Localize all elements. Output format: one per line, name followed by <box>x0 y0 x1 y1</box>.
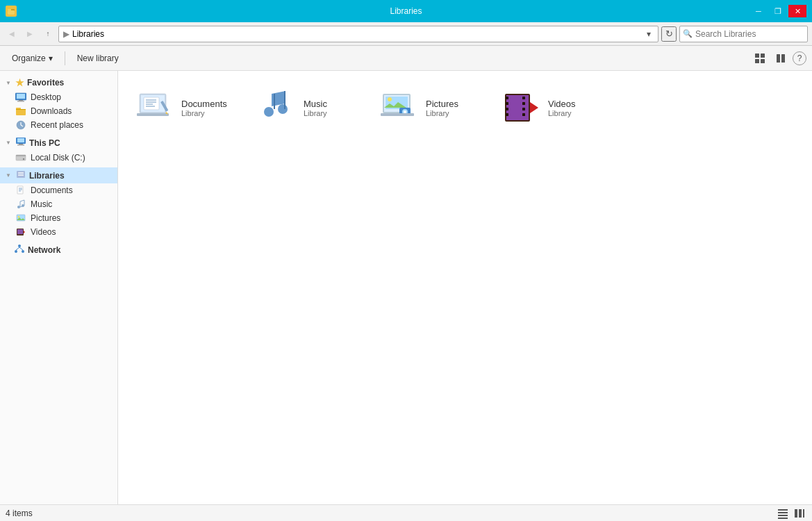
sidebar-item-localdisk[interactable]: Local Disk (C:) <box>0 151 117 165</box>
svg-rect-57 <box>137 113 169 116</box>
pictures-name: Pictures <box>426 99 458 109</box>
documents-name: Documents <box>181 99 227 109</box>
local-disk-icon <box>15 152 26 163</box>
svg-rect-80 <box>522 108 525 110</box>
svg-rect-5 <box>755 59 759 63</box>
sidebar-item-desktop[interactable]: Desktop <box>0 90 117 104</box>
svg-rect-12 <box>19 100 23 101</box>
address-path[interactable]: ▶ Libraries ▾ <box>58 26 658 42</box>
address-bar: ◀ ▶ ↑ ▶ Libraries ▾ ↻ 🔍 <box>0 22 812 46</box>
back-button[interactable]: ◀ <box>4 26 19 42</box>
svg-line-48 <box>16 247 19 250</box>
videos-small-icon <box>15 226 26 238</box>
svg-rect-86 <box>778 518 788 519</box>
svg-marker-43 <box>24 231 25 233</box>
content-area: Documents Library Musi <box>118 71 812 504</box>
app-icon <box>6 6 17 17</box>
desktop-icon <box>15 92 26 103</box>
organize-button[interactable]: Organize ▾ <box>6 49 59 67</box>
svg-rect-21 <box>17 138 24 142</box>
libraries-expand-icon: ▼ <box>6 172 11 179</box>
new-library-button[interactable]: New library <box>71 49 125 67</box>
svg-rect-79 <box>522 102 525 105</box>
svg-rect-44 <box>17 229 23 234</box>
status-list-view-button[interactable] <box>776 506 790 520</box>
svg-rect-83 <box>778 509 788 511</box>
svg-rect-28 <box>18 172 24 174</box>
svg-point-67 <box>388 97 392 101</box>
recent-places-label: Recent places <box>31 120 83 130</box>
svg-rect-88 <box>799 509 802 518</box>
svg-rect-81 <box>522 113 525 116</box>
sidebar-item-documents[interactable]: Documents <box>0 183 117 197</box>
svg-rect-16 <box>16 109 26 110</box>
videos-info: Videos Library <box>548 99 576 117</box>
videos-sidebar-label: Videos <box>31 227 56 237</box>
sidebar-item-videos[interactable]: Videos <box>0 225 117 239</box>
main-layout: ▼ ★ Favorites Desktop Downloads <box>0 71 812 504</box>
documents-icon <box>135 88 174 127</box>
libraries-label: Libraries <box>29 171 65 181</box>
sidebar-item-music[interactable]: Music <box>0 197 117 211</box>
minimize-button[interactable]: ─ <box>749 5 768 17</box>
forward-button[interactable]: ▶ <box>22 26 38 42</box>
videos-type: Library <box>548 109 576 117</box>
sidebar-item-downloads[interactable]: Downloads <box>0 104 117 118</box>
sidebar-favorites-header[interactable]: ▼ ★ Favorites <box>0 75 117 90</box>
svg-point-26 <box>23 158 24 160</box>
documents-info: Documents Library <box>181 99 227 117</box>
sidebar-network-header[interactable]: ▶ Network <box>0 242 117 258</box>
status-bar: 4 items <box>0 504 812 521</box>
svg-rect-74 <box>506 97 508 99</box>
desktop-label: Desktop <box>31 92 61 102</box>
svg-rect-73 <box>506 95 529 120</box>
up-button[interactable]: ↑ <box>40 26 56 42</box>
svg-rect-71 <box>381 113 414 116</box>
svg-rect-62 <box>274 94 275 109</box>
sidebar-libraries-header[interactable]: ▼ Libraries <box>0 167 117 183</box>
libraries-icon <box>15 169 26 181</box>
music-type: Library <box>304 109 327 117</box>
help-button[interactable]: ? <box>793 51 806 65</box>
downloads-label: Downloads <box>31 106 72 116</box>
library-item-pictures[interactable]: Pictures Library <box>374 82 485 133</box>
library-item-documents[interactable]: Documents Library <box>129 82 240 133</box>
svg-marker-82 <box>530 102 538 113</box>
svg-rect-29 <box>18 174 24 176</box>
favorites-expand-icon: ▼ <box>6 80 11 86</box>
downloads-icon <box>15 106 26 117</box>
svg-rect-14 <box>16 109 26 115</box>
details-pane-button[interactable] <box>772 49 790 67</box>
svg-rect-63 <box>284 91 285 109</box>
svg-rect-3 <box>755 53 759 58</box>
sidebar-item-recentplaces[interactable]: Recent places <box>0 118 117 132</box>
status-details-view-button[interactable] <box>793 506 806 520</box>
pictures-icon <box>380 88 419 127</box>
library-grid: Documents Library Musi <box>129 82 801 133</box>
library-item-videos[interactable]: Videos Library <box>496 82 607 133</box>
search-icon: 🔍 <box>683 29 693 38</box>
svg-rect-22 <box>19 144 23 144</box>
view-options-button[interactable] <box>751 49 769 67</box>
new-library-label: New library <box>77 53 119 63</box>
sidebar-thispc-header[interactable]: ▼ This PC <box>0 135 117 151</box>
local-disk-label: Local Disk (C:) <box>31 153 85 163</box>
svg-rect-7 <box>777 54 780 63</box>
svg-line-39 <box>20 200 24 201</box>
search-input[interactable] <box>695 29 804 39</box>
sidebar-item-pictures[interactable]: Pictures <box>0 211 117 225</box>
restore-button[interactable]: ❐ <box>769 5 787 17</box>
path-dropdown[interactable]: ▾ <box>644 29 654 39</box>
svg-rect-6 <box>761 59 765 63</box>
music-info: Music Library <box>304 99 327 117</box>
music-sidebar-label: Music <box>31 199 52 209</box>
svg-point-45 <box>18 245 21 247</box>
svg-rect-84 <box>778 512 788 513</box>
svg-rect-4 <box>761 53 765 58</box>
library-item-music[interactable]: Music Library <box>251 82 363 133</box>
close-button[interactable]: ✕ <box>788 5 806 17</box>
refresh-button[interactable]: ↻ <box>661 26 677 42</box>
svg-point-47 <box>22 250 24 253</box>
music-name: Music <box>304 99 327 109</box>
svg-rect-85 <box>778 515 788 516</box>
